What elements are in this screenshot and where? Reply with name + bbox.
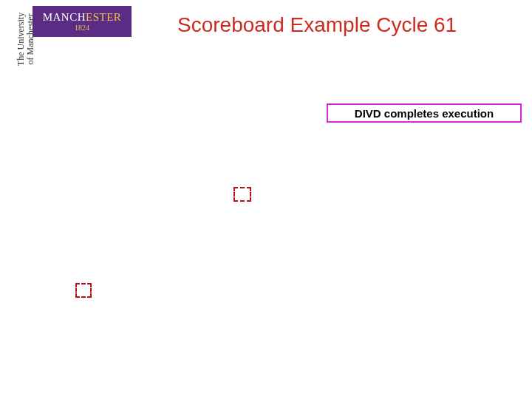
callout-text: DIVD completes execution [355,107,494,120]
side-line-2: of Manchester [26,6,35,72]
slide-title: Scoreboard Example Cycle 61 [177,13,457,37]
logo-wordmark-left: MANCH [43,11,86,23]
logo-wordmark-right: ESTER [86,11,121,23]
logo-wordmark: MANCHESTER [43,12,122,23]
highlight-box-lower [75,283,92,298]
callout-box: DIVD completes execution [327,103,522,123]
logo-year: 1824 [75,24,89,32]
university-side-label: The University of Manchester [16,6,35,72]
slide: MANCHESTER 1824 The University of Manche… [0,0,532,399]
highlight-box-upper [233,187,251,202]
side-line-1: The University [16,6,26,72]
manchester-logo: MANCHESTER 1824 [33,6,132,37]
